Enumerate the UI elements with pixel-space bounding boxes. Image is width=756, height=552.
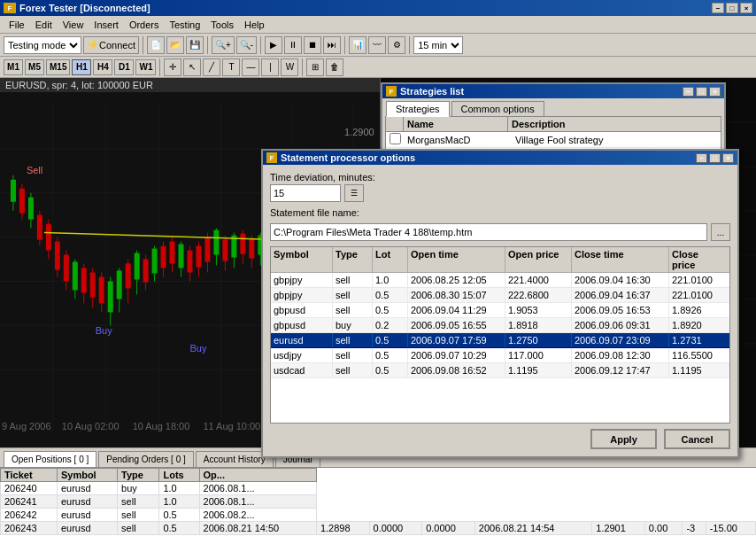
- indicator-btn[interactable]: 〰: [368, 36, 386, 54]
- tf-d1[interactable]: D1: [114, 59, 134, 75]
- strategies-maximize[interactable]: □: [696, 87, 707, 97]
- timeframe-select[interactable]: 15 min 1 min 5 min 30 min 1 hour 4 hour …: [413, 36, 463, 54]
- zoom-out-btn[interactable]: 🔍-: [236, 36, 257, 54]
- tab-open-positions[interactable]: Open Positions [ 0 ]: [4, 451, 96, 467]
- pause-btn[interactable]: ⏸: [284, 36, 302, 54]
- maximize-button[interactable]: □: [726, 3, 738, 13]
- menu-file[interactable]: File: [4, 19, 30, 31]
- col-closetime-h: Close time: [572, 247, 669, 272]
- time-deviation-label: Time deviation, minutes:: [270, 172, 730, 183]
- svg-text:Buy: Buy: [96, 325, 112, 336]
- strategies-icon: F: [386, 86, 397, 97]
- chart-type-btn[interactable]: 📊: [349, 36, 366, 54]
- svg-rect-76: [240, 234, 245, 254]
- menu-testing[interactable]: Testing: [165, 19, 206, 31]
- close-button[interactable]: ×: [740, 3, 752, 13]
- trade-row: gbpusd buy 0.2 2006.09.05 16:55 1.8918 2…: [271, 318, 729, 333]
- svg-rect-21: [11, 180, 16, 202]
- statement-win-controls[interactable]: − □ ×: [696, 153, 734, 163]
- grid-btn[interactable]: ⊞: [306, 58, 324, 76]
- trade-row-selected[interactable]: eurusd sell 0.5 2006.09.07 17:59 1.2750 …: [271, 333, 729, 348]
- svg-rect-57: [161, 246, 166, 268]
- col-lots: Lots: [159, 469, 199, 482]
- menu-view[interactable]: View: [58, 19, 89, 31]
- menu-edit[interactable]: Edit: [30, 19, 58, 31]
- svg-rect-63: [188, 251, 193, 273]
- tab-pending-orders[interactable]: Pending Orders [ 0 ]: [98, 451, 194, 467]
- trade-row: usdjpy sell 0.5 2006.09.07 10:29 117.000…: [271, 348, 729, 363]
- menu-orders[interactable]: Orders: [124, 19, 165, 31]
- open-btn[interactable]: 📂: [166, 36, 184, 54]
- hline-btn[interactable]: —: [242, 58, 259, 76]
- statement-maximize[interactable]: □: [709, 153, 721, 163]
- svg-rect-31: [55, 242, 60, 270]
- tab-strategies[interactable]: Strategies: [386, 101, 450, 117]
- strat-check-0[interactable]: [390, 133, 401, 144]
- window-controls[interactable]: − □ ×: [712, 3, 752, 13]
- apply-button[interactable]: Apply: [590, 429, 657, 449]
- tf-m1[interactable]: M1: [4, 59, 23, 75]
- time-deviation-spin[interactable]: ☰: [344, 184, 364, 202]
- svg-rect-29: [46, 224, 51, 251]
- svg-rect-45: [108, 281, 113, 312]
- text-btn[interactable]: T: [222, 58, 240, 76]
- minimize-button[interactable]: −: [712, 3, 724, 13]
- svg-text:Sell: Sell: [27, 165, 42, 175]
- step-btn[interactable]: ⏭: [323, 36, 341, 54]
- positions-table: Ticket Symbol Type Lots Op... 206240euru…: [0, 468, 756, 535]
- svg-rect-23: [19, 189, 25, 214]
- delete-btn[interactable]: 🗑: [326, 58, 343, 76]
- zoom-in-btn[interactable]: 🔍+: [212, 36, 235, 54]
- time-deviation-row: ☰: [270, 184, 730, 202]
- svg-rect-55: [152, 249, 158, 274]
- svg-text:10 Aug 02:00: 10 Aug 02:00: [62, 421, 120, 431]
- strategy-btn[interactable]: ⚙: [388, 36, 405, 54]
- statement-actions: Apply Cancel: [270, 429, 730, 449]
- tf-h4[interactable]: H4: [93, 59, 112, 75]
- table-row: 206243eurusdsell0.52006.08.21 14:50 1.28…: [1, 522, 756, 535]
- trade-row: gbpusd sell 0.5 2006.09.04 11:29 1.9053 …: [271, 303, 729, 318]
- play-btn[interactable]: ▶: [265, 36, 282, 54]
- crosshair-btn[interactable]: ✛: [164, 58, 181, 76]
- save-btn[interactable]: 💾: [186, 36, 204, 54]
- menu-insert[interactable]: Insert: [89, 19, 124, 31]
- svg-rect-25: [28, 198, 34, 220]
- line-btn[interactable]: ╱: [203, 58, 220, 76]
- tf-m5[interactable]: M5: [25, 59, 44, 75]
- separator3: [260, 36, 261, 54]
- strategies-close[interactable]: ×: [709, 87, 721, 97]
- col-ticket: Ticket: [1, 469, 58, 482]
- tab-common-options[interactable]: Common options: [451, 101, 544, 116]
- col-symbol-h: Symbol: [271, 247, 333, 272]
- tf-h1[interactable]: H1: [72, 59, 91, 75]
- cursor-btn[interactable]: ↖: [183, 58, 201, 76]
- menu-tools[interactable]: Tools: [205, 19, 239, 31]
- stop-btn[interactable]: ⏹: [304, 36, 321, 54]
- svg-rect-72: [222, 240, 228, 261]
- browse-button[interactable]: ...: [711, 223, 730, 241]
- menu-bar: File Edit View Insert Orders Testing Too…: [0, 16, 756, 34]
- statement-minimize[interactable]: −: [696, 153, 707, 163]
- strategies-minimize[interactable]: −: [683, 87, 694, 97]
- mode-select[interactable]: Testing mode: [4, 36, 81, 54]
- cancel-button[interactable]: Cancel: [664, 429, 730, 449]
- main-toolbar: Testing mode ⚡ Connect 📄 📂 💾 🔍+ 🔍- ▶ ⏸ ⏹…: [0, 34, 756, 57]
- menu-help[interactable]: Help: [239, 19, 270, 31]
- svg-text:1.2900: 1.2900: [344, 127, 374, 137]
- new-btn[interactable]: 📄: [147, 36, 165, 54]
- time-deviation-input[interactable]: [270, 184, 341, 202]
- statement-icon: F: [266, 152, 277, 163]
- svg-rect-27: [37, 215, 42, 240]
- svg-rect-70: [213, 230, 219, 255]
- connect-button[interactable]: ⚡ Connect: [83, 36, 139, 54]
- fib-btn[interactable]: W: [281, 58, 298, 76]
- col-lot-h: Lot: [373, 247, 408, 272]
- file-path-input[interactable]: [270, 223, 707, 241]
- col-openprice: Op...: [199, 469, 316, 482]
- tf-m15[interactable]: M15: [46, 59, 70, 75]
- vline-btn[interactable]: |: [261, 58, 279, 76]
- trades-scroll-area[interactable]: gbpjpy sell 1.0 2006.08.25 12:05 221.400…: [271, 273, 729, 424]
- statement-close[interactable]: ×: [722, 153, 734, 163]
- strategies-win-controls[interactable]: − □ ×: [683, 87, 721, 97]
- tf-w1[interactable]: W1: [135, 59, 156, 75]
